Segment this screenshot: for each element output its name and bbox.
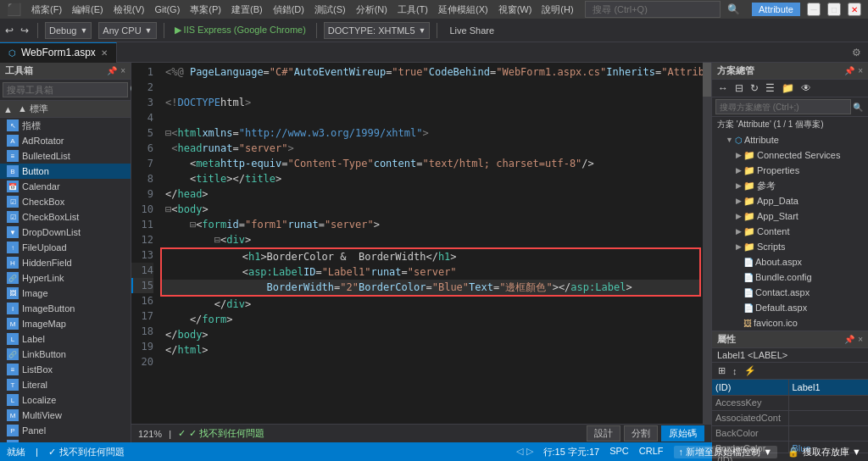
tab-close-icon[interactable]: ✕ [101,48,108,58]
toolbox-item-checkboxlist[interactable]: ☑CheckBoxList [0,209,131,225]
toolbox-item-calendar[interactable]: 📅Calendar [0,179,131,194]
prop-row-backcolor[interactable]: BackColor [712,425,868,441]
source-control-button[interactable]: ↑ 新增至原始檔控制 ▼ [674,446,778,458]
props-events-button[interactable]: ⚡ [742,364,759,377]
toolbox-auto-hide-icon[interactable]: 📌 [107,66,117,75]
se-show-all-button[interactable]: 👁 [798,81,814,95]
toolbox-item-multiview[interactable]: MMultiView [0,408,131,423]
se-close-icon[interactable]: × [858,66,863,75]
prop-row-id[interactable]: (ID) Label1 [712,380,868,395]
menu-edit[interactable]: 編輯(E) [72,3,103,16]
se-refresh-button[interactable]: ↻ [748,81,761,95]
prop-row-accesskey[interactable]: AccessKey [712,395,868,410]
se-sync-button[interactable]: ↔ [715,81,731,95]
se-item-content[interactable]: ▶ 📁 Content [712,224,868,239]
se-search-icon: 🔍 [851,103,865,112]
se-item-properties[interactable]: ▶ 📁 Properties [712,163,868,178]
menu-debug[interactable]: 偵錯(D) [273,3,304,16]
toolbox-item-dropdownlist[interactable]: ▼DropDownList [0,225,131,240]
se-item-about-aspx[interactable]: ▶ 📄 About.aspx [712,254,868,269]
props-close-icon[interactable]: × [858,335,863,344]
toolbox-item-listbox[interactable]: ≡ListBox [0,362,131,377]
maximize-button[interactable]: □ [827,3,841,16]
toolbox-item-image[interactable]: 🖼Image [0,286,131,301]
toolbox-item-hiddenfield[interactable]: HHiddenField [0,255,131,270]
se-search-input[interactable] [715,99,851,114]
se-item-app-data[interactable]: ▶ 📁 App_Data [712,193,868,208]
toolbox-item-localize[interactable]: LLocalize [0,392,131,408]
prop-value-id[interactable]: Label1 [788,380,868,395]
editor-scrollbar[interactable] [703,63,711,424]
toolbox-item-imagemap[interactable]: MImageMap [0,316,131,331]
se-item-favicon[interactable]: ▶ 🖼 favicon.ico [712,315,868,330]
menu-git[interactable]: Git(G) [154,4,180,14]
menu-project[interactable]: 專案(P) [190,3,221,16]
menu-tools[interactable]: 工具(T) [398,3,428,16]
props-auto-hide-icon[interactable]: 📌 [844,335,854,344]
se-item-default-aspx[interactable]: ▶ 📄 Default.aspx [712,300,868,315]
se-properties-button[interactable]: ☰ [763,81,777,95]
redo-icon[interactable]: ↪ [19,23,31,38]
menu-help[interactable]: 說明(H) [542,3,573,16]
menu-test[interactable]: 測試(S) [314,3,346,16]
toolbox-item-button[interactable]: BButton [0,164,131,179]
doctype-dropdown[interactable]: DOCTYPE: XHTML5 ▼ [324,22,431,39]
prop-row-associatedcont[interactable]: AssociatedCont [712,410,868,425]
code-editor[interactable]: <%@ Page Language="C#" AutoEventWireup="… [159,63,703,424]
toolbox-close-icon[interactable]: × [120,66,125,75]
toolbox-search-input[interactable] [3,82,128,97]
toolbox-item-linkbutton[interactable]: 🔗LinkButton [0,347,131,362]
source-tab[interactable]: 原始碼 [661,425,704,442]
se-item-bundle-config[interactable]: ▶ 📄 Bundle.config [712,269,868,285]
solution-explorer-header: 方案總管 📌 × [712,63,868,80]
calendar-icon: 📅 [7,181,19,192]
tab-webform[interactable]: ⬡ WebForm1.aspx ✕ [0,42,117,63]
split-tab[interactable]: 分割 [624,425,658,442]
toolbox-item-pointer[interactable]: ↖指標 [0,118,131,133]
toolbox-section-standard[interactable]: ▲ ▲ 標準 [0,101,131,118]
se-new-folder-button[interactable]: 📁 [779,81,797,95]
tab-settings-icon[interactable]: ⚙ [845,47,868,58]
close-button[interactable]: ✕ [848,3,861,16]
design-tab[interactable]: 設計 [587,425,620,442]
se-item-scripts[interactable]: ▶ 📁 Scripts [712,239,868,254]
props-sort-alpha-button[interactable]: ↕ [730,365,740,377]
menu-view[interactable]: 檢視(V) [114,3,145,16]
se-item-attribute-project[interactable]: ▼ ⬡ Attribute [712,132,868,147]
toolbox-item-panel[interactable]: PPanel [0,423,131,438]
toolbox-item-fileupload[interactable]: ↑FileUpload [0,240,131,255]
menu-file[interactable]: 檔案(F) [31,3,62,16]
se-item-app-start[interactable]: ▶ 📁 App_Start [712,208,868,224]
toolbox-item-literal[interactable]: TLiteral [0,377,131,392]
live-share-button[interactable]: Live Share [444,24,499,37]
toolbox-item-label[interactable]: LLabel [0,331,131,347]
expand-icon: ▶ [736,197,742,205]
undo-icon[interactable]: ↩ [3,23,15,38]
props-sort-category-button[interactable]: ⊞ [715,364,728,377]
prop-value-backcolor[interactable] [788,425,868,441]
toolbox-item-placeholder[interactable]: PPlaceHolder [0,438,131,442]
toolbox-item-checkbox[interactable]: ☑CheckBox [0,194,131,209]
se-item-contact-aspx[interactable]: ▶ 📄 Contact.aspx [712,285,868,300]
run-button[interactable]: ▶ IIS Express (Google Chrome) [171,23,309,37]
toolbox-item-bulletedlist[interactable]: ≡BulletedList [0,148,131,164]
menu-window[interactable]: 視窗(W) [498,3,532,16]
menu-build[interactable]: 建置(B) [231,3,263,16]
toolbox-item-hyperlink[interactable]: 🔗HyperLink [0,270,131,286]
cpu-dropdown[interactable]: Any CPU ▼ [98,22,156,39]
prop-value-accesskey[interactable] [788,395,868,410]
get-repo-button[interactable]: 🔒 獲取存放庫 ▼ [787,446,861,458]
debug-dropdown[interactable]: Debug ▼ [45,22,92,39]
se-item-connected-services[interactable]: ▶ 📁 Connected Services [712,147,868,163]
se-collapse-button[interactable]: ⊟ [732,81,746,95]
menu-extensions[interactable]: 延伸模組(X) [438,3,488,16]
se-auto-hide-icon[interactable]: 📌 [844,66,854,75]
toolbox-item-imagebutton[interactable]: IImageButton [0,301,131,316]
menu-analyze[interactable]: 分析(N) [356,3,387,16]
global-search[interactable] [585,1,721,18]
fileupload-icon: ↑ [7,242,19,253]
minimize-button[interactable]: ─ [807,3,821,16]
prop-value-associatedcont[interactable] [788,410,868,425]
se-item-references[interactable]: ▶ 📁 參考 [712,178,868,193]
toolbox-item-adrotator[interactable]: AAdRotator [0,133,131,148]
